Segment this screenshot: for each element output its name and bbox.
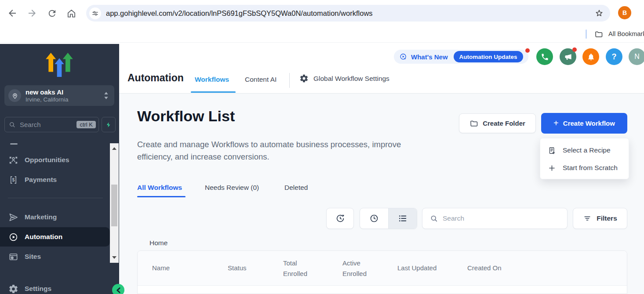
tab-content-ai[interactable]: Content AI (245, 76, 277, 83)
gear-icon (299, 74, 309, 83)
payments-icon: $ (8, 175, 18, 185)
sidebar-search-input[interactable] (19, 120, 76, 129)
sidebar-item-automation[interactable]: Automation (0, 227, 110, 247)
bookmark-star-icon[interactable] (594, 8, 604, 18)
notifications-button[interactable] (582, 48, 599, 65)
automation-updates-badge[interactable]: Automation Updates (454, 51, 523, 62)
list-view-button[interactable] (388, 208, 417, 229)
create-workflow-button[interactable]: + Create Workflow (541, 113, 627, 134)
sidebar-item-payments[interactable]: $ Payments (0, 170, 110, 189)
site-settings-icon[interactable] (89, 7, 101, 19)
filters-button[interactable]: Filters (573, 208, 627, 229)
menu-item-start-from-scratch[interactable]: Start from Scratch (540, 159, 629, 177)
user-avatar[interactable]: N (629, 48, 644, 65)
header-divider (289, 73, 290, 88)
workflow-search-input[interactable] (442, 214, 567, 223)
search-icon (430, 214, 438, 222)
active-tab-underline (191, 91, 236, 93)
sidebar-divider (8, 198, 103, 198)
sidebar-item-settings[interactable]: Settings (0, 279, 110, 294)
whats-new-icon (399, 53, 408, 61)
workflow-list-page: Workflow List Create and manage Workflow… (119, 94, 644, 294)
sidebar: new oaks AI Irvine, California ctrl K (0, 44, 119, 294)
search-icon (9, 121, 15, 128)
megaphone-icon (564, 53, 572, 61)
create-workflow-label: Create Workflow (563, 120, 615, 127)
scroll-up-arrow[interactable] (112, 147, 116, 150)
scroll-down-arrow[interactable] (112, 256, 116, 259)
sidebar-item-opportunities[interactable]: Opportunities (0, 150, 110, 170)
notification-dot (525, 48, 530, 53)
column-header-last-updated: Last Updated (397, 264, 437, 272)
bell-icon (587, 53, 595, 61)
page-header: What's New Automation Updates ? N Automa… (119, 44, 644, 94)
history-clock-icon (335, 214, 345, 223)
help-button[interactable]: ? (606, 48, 622, 65)
svg-text:$: $ (12, 177, 15, 182)
url-bar[interactable]: app.gohighlevel.com/v2/location/lnPS691g… (86, 5, 610, 22)
scrollbar-thumb[interactable] (111, 185, 117, 226)
recipe-icon (548, 146, 556, 155)
home-icon[interactable] (65, 7, 77, 19)
forward-icon[interactable] (26, 7, 38, 19)
sidebar-item-marketing[interactable]: Marketing (0, 207, 110, 227)
tab-all-workflows[interactable]: All Workflows (137, 184, 182, 192)
active-workflow-tab-underline (137, 196, 186, 197)
screen: app.gohighlevel.com/v2/location/lnPS691g… (0, 0, 644, 294)
sidebar-menu: Opportunities $ Payments Marketing (0, 136, 110, 294)
location-pin-icon (8, 89, 21, 102)
sidebar-search: ctrl K (4, 117, 99, 132)
time-view-button[interactable] (360, 208, 388, 229)
url-text: app.gohighlevel.com/v2/location/lnPS691g… (106, 9, 373, 18)
browser-profile-avatar[interactable]: B (618, 6, 631, 19)
create-folder-button[interactable]: Create Folder (459, 113, 536, 133)
reload-icon[interactable] (46, 7, 58, 19)
all-bookmarks-label[interactable]: All Bookmarks (608, 30, 644, 37)
sidebar-collapse-button[interactable] (112, 284, 124, 294)
whats-new-button[interactable]: What's New Automation Updates (394, 50, 528, 64)
opportunities-icon (8, 155, 18, 165)
clock-icon (369, 214, 379, 223)
page-title: Automation (127, 72, 184, 84)
view-toggle (360, 208, 417, 229)
workflow-list-title: Workflow List (137, 108, 235, 125)
location-switcher[interactable]: new oaks AI Irvine, California (4, 85, 114, 106)
chevron-left-icon (116, 287, 121, 293)
back-icon[interactable] (6, 7, 18, 19)
column-header-total-enrolled: Total Enrolled (283, 258, 315, 279)
column-header-status: Status (228, 264, 247, 272)
chevron-up-down-icon (103, 91, 109, 100)
history-button[interactable] (326, 208, 354, 229)
tab-needs-review[interactable]: Needs Review (0) (205, 184, 259, 192)
bolt-icon (106, 121, 112, 128)
announcements-button[interactable] (560, 48, 576, 65)
tab-workflows[interactable]: Workflows (195, 76, 229, 83)
table-header-row: Name Status Total Enrolled Active Enroll… (138, 251, 627, 286)
marketing-icon (8, 212, 18, 222)
column-header-name: Name (152, 264, 170, 272)
create-workflow-dropdown: Select a Recipe Start from Scratch (540, 138, 629, 179)
plus-icon (548, 164, 556, 172)
workflow-search (422, 208, 568, 229)
folder-icon (469, 119, 478, 128)
gohighlevel-logo-icon (46, 53, 73, 77)
plus-icon: + (553, 119, 559, 127)
settings-gear-icon (8, 284, 18, 294)
global-workflow-settings-button[interactable]: Global Workflow Settings (299, 74, 389, 83)
bookmarks-folder-icon[interactable] (594, 30, 603, 39)
partial-menu-item (10, 143, 18, 145)
bookmarks-divider (586, 29, 587, 39)
list-icon (398, 214, 408, 223)
announcements-notification-dot (572, 47, 577, 52)
phone-button[interactable] (536, 48, 553, 65)
sidebar-scrollbar[interactable] (110, 143, 119, 263)
tab-deleted[interactable]: Deleted (284, 184, 308, 192)
filters-label: Filters (597, 214, 617, 222)
workflow-table: Name Status Total Enrolled Active Enroll… (137, 250, 627, 294)
location-city: Irvine, California (25, 96, 69, 103)
breadcrumb[interactable]: Home (149, 239, 167, 247)
menu-item-select-recipe[interactable]: Select a Recipe (540, 142, 629, 159)
sidebar-item-sites[interactable]: Sites (0, 247, 110, 266)
quick-actions-button[interactable] (102, 117, 116, 132)
sites-icon (8, 252, 18, 262)
